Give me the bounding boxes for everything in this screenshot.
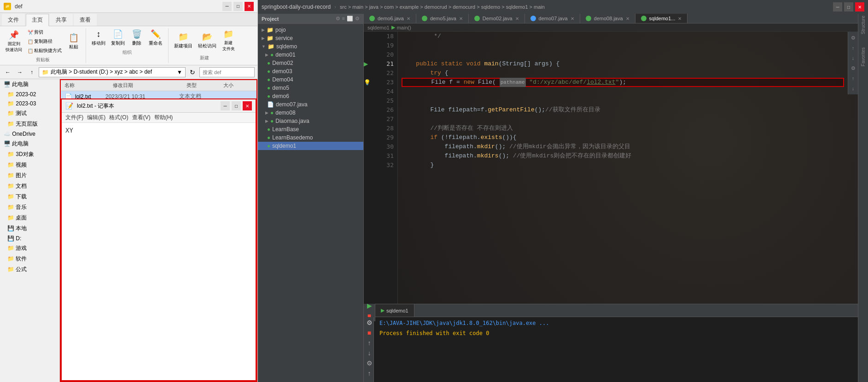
tab-close-demo5[interactable]: ✕ [459, 16, 463, 21]
tree-item-demo04[interactable]: ● Demo04 [258, 75, 363, 84]
tree-item-demo6[interactable]: ● demo6 [258, 92, 363, 100]
run-arrow-icon[interactable]: ▶ [364, 61, 368, 67]
cut-button[interactable]: ✂️ 剪切 [26, 28, 64, 36]
nav-item-onedrive[interactable]: ☁️ OneDrive [0, 129, 59, 139]
nav-item-downloads[interactable]: 📁 下载 [0, 191, 59, 202]
ide-minimize[interactable]: ─ [833, 2, 842, 12]
maximize-button[interactable]: □ [233, 2, 243, 11]
tree-item-demo5[interactable]: ● demo5 [258, 84, 363, 92]
col-header-name[interactable]: 名称 [61, 81, 109, 90]
nav-item-formula[interactable]: 📁 公式 [0, 264, 59, 275]
move-to-button[interactable]: ↕️ 移动到 [90, 29, 107, 47]
nav-item-no-layer[interactable]: 📁 无页层版 [0, 119, 59, 129]
minimize-button[interactable]: ─ [222, 2, 232, 11]
tab-close-demo08[interactable]: ✕ [626, 16, 629, 21]
notepad-menu-edit[interactable]: 编辑(E) [87, 114, 105, 122]
nav-item-music[interactable]: 📁 音乐 [0, 202, 59, 213]
tab-close-sqldemo1[interactable]: ✕ [678, 16, 682, 21]
nav-item-3d[interactable]: 📁 3D对象 [0, 149, 59, 160]
nav-item-software[interactable]: 📁 软件 [0, 254, 59, 264]
tree-item-demo02[interactable]: ● Demo02 [258, 59, 363, 67]
back-button[interactable]: ← [3, 67, 13, 77]
struct-btn-5[interactable]: ↑ [849, 74, 857, 82]
nav-item-2023-02[interactable]: 📁 2023-02 [0, 90, 59, 99]
refresh-button[interactable]: ↻ [187, 67, 198, 77]
copy-path-button[interactable]: 📋 复制路径 [26, 37, 64, 46]
nav-item-computer[interactable]: 🖥️ 此电脑 [0, 79, 59, 90]
struct-btn-1[interactable]: ⚙ [849, 34, 857, 42]
tree-item-demo01[interactable]: ▶ ● demo01 [258, 51, 363, 59]
notepad-menu-format[interactable]: 格式(O) [109, 114, 128, 122]
tab-demo5[interactable]: demo5.java ✕ [416, 14, 469, 23]
bulb-icon[interactable]: 💡 [364, 79, 371, 86]
paste-button[interactable]: 📋 粘贴 [65, 32, 82, 51]
tree-item-service[interactable]: ▶ 📁 service [258, 34, 363, 42]
nav-item-d-drive[interactable]: 💾 D: [0, 234, 59, 243]
nav-item-desktop[interactable]: 📁 桌面 [0, 213, 59, 223]
run-side-btn-2[interactable]: ■ [365, 328, 374, 337]
project-icon-2[interactable]: ≡ [342, 16, 345, 22]
notepad-menu-help[interactable]: 帮助(H) [154, 114, 173, 122]
project-icon-3[interactable]: ⬜ [347, 16, 353, 22]
path-dropdown-icon[interactable]: ▼ [177, 69, 182, 75]
tab-demo6[interactable]: demo6.java ✕ [364, 14, 416, 23]
project-icon-1[interactable]: ⚙ [336, 16, 340, 22]
col-header-date[interactable]: 修改日期 [109, 81, 183, 90]
struct-btn-2[interactable]: ↑ [849, 44, 857, 52]
struct-btn-3[interactable]: ↓ [849, 54, 857, 62]
copy-to-button[interactable]: 📄 复制到 [109, 28, 127, 47]
new-item-button[interactable]: 📁 新建项目 [172, 31, 194, 50]
nav-item-games[interactable]: 📁 游戏 [0, 243, 59, 254]
tab-close-demo07[interactable]: ✕ [571, 16, 574, 21]
forward-button[interactable]: → [15, 67, 25, 77]
struct-btn-4[interactable]: ⚙ [849, 64, 857, 72]
tree-item-learnbasedemo[interactable]: ● LearnBasedemo [258, 133, 363, 142]
tab-home[interactable]: 主页 [26, 14, 49, 26]
nav-item-2023-03[interactable]: 📁 2023-03 [0, 99, 59, 108]
tab-close-demo6[interactable]: ✕ [407, 16, 410, 21]
pin-to-quick-access-button[interactable]: 📌 固定到快速访问 [4, 29, 24, 54]
nav-item-local[interactable]: 💾 本地 [0, 223, 59, 234]
address-path[interactable]: 📁 此电脑 > D-student (D:) > xyz > abc > def… [39, 67, 186, 77]
nav-item-this-pc[interactable]: 🖥️ 此电脑 [0, 139, 59, 149]
run-side-btn-1[interactable]: ⚙ [365, 318, 374, 327]
delete-button[interactable]: 🗑️ 删除 [128, 28, 145, 47]
close-button[interactable]: ✕ [245, 2, 254, 11]
tree-item-diaomao[interactable]: ▶ ● Diaomao.java [258, 117, 363, 125]
run-side-btn-7[interactable]: ↓ [365, 379, 374, 382]
tab-close-demo02[interactable]: ✕ [515, 16, 519, 21]
notepad-menu-view[interactable]: 查看(V) [132, 114, 151, 122]
code-editor[interactable]: ▶ 💡 18 19 20 21 [364, 32, 858, 304]
paste-shortcut-button[interactable]: 📋 粘贴快捷方式 [26, 46, 64, 55]
col-header-type[interactable]: 类型 [183, 81, 220, 90]
tree-item-sqldemo[interactable]: ▼ 📁 sqldemo [258, 42, 363, 51]
rename-button[interactable]: ✏️ 重命名 [147, 28, 164, 47]
run-side-btn-6[interactable]: ↑ [365, 369, 374, 378]
nav-item-pictures[interactable]: 📁 图片 [0, 170, 59, 181]
up-button[interactable]: ↑ [27, 67, 37, 77]
tree-item-demo07java[interactable]: 📄 demo07.java [258, 100, 363, 109]
col-header-size[interactable]: 大小 [220, 81, 256, 90]
tree-item-sqldemo1[interactable]: ● sqldemo1 [258, 142, 363, 150]
tab-share[interactable]: 共享 [50, 14, 73, 26]
notepad-content[interactable]: XY [62, 123, 256, 380]
new-folder-button[interactable]: 📁 新建文件夹 [220, 28, 237, 53]
tree-item-demo03[interactable]: ● demo03 [258, 67, 363, 75]
tab-demo08[interactable]: demo08.java ✕ [580, 14, 635, 23]
run-side-btn-4[interactable]: ↓ [365, 348, 374, 358]
favorites-label[interactable]: Favorites [861, 47, 866, 66]
notepad-menu-file[interactable]: 文件(F) [65, 114, 83, 122]
nav-item-docs[interactable]: 📁 文档 [0, 181, 59, 191]
project-icon-4[interactable]: ⚙ [355, 16, 360, 22]
tab-demo02[interactable]: Demo02.java ✕ [469, 14, 525, 23]
ide-close[interactable]: ✕ [855, 2, 864, 12]
tree-item-pojo[interactable]: ▶ 📁 pojo [258, 26, 363, 34]
tab-file[interactable]: 文件 [2, 14, 25, 26]
nav-item-video[interactable]: 📁 视频 [0, 160, 59, 170]
structure-label[interactable]: Structure [861, 16, 866, 35]
nav-item-test[interactable]: 📁 测试 [0, 108, 59, 119]
notepad-minimize[interactable]: ─ [221, 101, 230, 110]
ide-maximize[interactable]: □ [844, 2, 853, 12]
notepad-maximize[interactable]: □ [232, 101, 241, 110]
tree-item-demo08[interactable]: ▶ ● demo08 [258, 109, 363, 117]
